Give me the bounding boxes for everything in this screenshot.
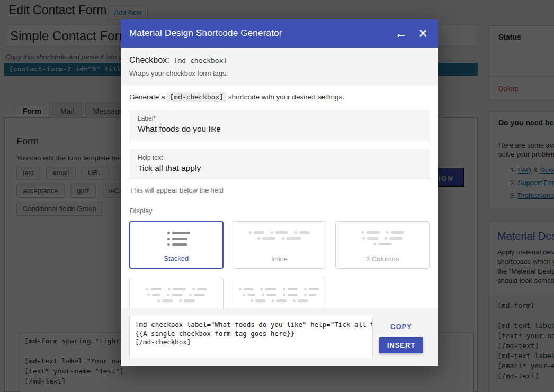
three-columns-list-icon	[130, 288, 223, 305]
copy-button[interactable]: COPY	[390, 323, 412, 331]
generated-shortcode-preview[interactable]: [md-checkbox label="What foods do you li…	[129, 316, 373, 358]
result-actions: COPY INSERT	[373, 316, 430, 358]
field-label: Label*	[138, 115, 421, 122]
display-section-label: Display	[130, 207, 430, 215]
generate-instruction: Generate a [md-checkbox] shortcode with …	[129, 93, 430, 101]
display-option-label: Stacked	[130, 254, 222, 262]
four-columns-list-icon	[233, 288, 326, 305]
shortcode-name: Checkbox:	[129, 56, 169, 65]
field-label: Help text	[138, 154, 421, 161]
dialog-title: Material Design Shortcode Generator	[129, 28, 395, 39]
shortcode-info-section: Checkbox:[md-checkbox] Wraps your checkb…	[121, 48, 438, 85]
display-option-stacked[interactable]: Stacked	[129, 221, 224, 269]
shortcode-tag: [md-checkbox]	[174, 57, 228, 65]
shortcode-generator-dialog: Material Design Shortcode Generator ← ✕ …	[121, 19, 438, 366]
help-text-field[interactable]: Help text Tick all that apply	[129, 149, 430, 179]
field-value: What foods do you like	[138, 124, 421, 134]
dialog-body: Generate a [md-checkbox] shortcode with …	[121, 85, 438, 366]
stacked-list-icon	[130, 232, 222, 249]
back-arrow-icon[interactable]: ←	[395, 26, 407, 41]
insert-button[interactable]: INSERT	[379, 337, 424, 353]
display-option-2-columns[interactable]: 2 Columns	[335, 221, 430, 269]
field-value: Tick all that apply	[138, 163, 421, 173]
field-helper-text: This will appear below the field	[130, 186, 430, 194]
display-option-label: Inline	[233, 255, 326, 263]
instruction-text: shortcode with your desired settings.	[226, 93, 344, 101]
instruction-text: Generate a	[129, 93, 167, 101]
dialog-header: Material Design Shortcode Generator ← ✕	[121, 19, 438, 48]
label-field[interactable]: Label* What foods do you like	[129, 110, 430, 140]
inline-shortcode-tag: [md-checkbox]	[167, 92, 226, 102]
two-columns-list-icon	[336, 231, 429, 249]
shortcode-description: Wraps your checkbox form tags.	[129, 69, 430, 77]
inline-list-icon	[233, 231, 326, 243]
close-icon[interactable]: ✕	[418, 27, 427, 40]
result-bar: [md-checkbox label="What foods do you li…	[121, 308, 438, 366]
display-option-label: 2 Columns	[336, 255, 429, 263]
display-option-inline[interactable]: Inline	[233, 221, 327, 269]
